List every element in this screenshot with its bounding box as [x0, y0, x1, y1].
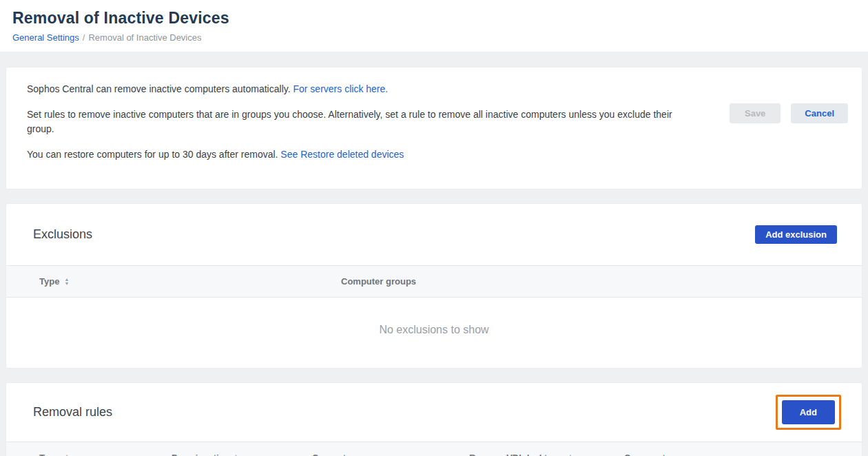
- rules-column-actions: [779, 448, 862, 456]
- intro-line-3: You can restore computers for up to 30 d…: [27, 147, 683, 161]
- page-content: Sophos Central can remove inactive compu…: [0, 52, 868, 456]
- rules-column-remove-vdi[interactable]: Remove VDI desktops ▲▼: [469, 442, 624, 456]
- exclusions-card: Exclusions Add exclusion Type ▲▼ Compute…: [6, 203, 862, 369]
- column-label: Remove VDI desktops: [469, 453, 564, 456]
- exclusions-table-header: Type ▲▼ Computer groups: [6, 265, 862, 298]
- breadcrumb-current: Removal of Inactive Devices: [88, 32, 201, 43]
- add-rule-button[interactable]: Add: [782, 400, 835, 424]
- rules-column-comment: Comment: [624, 442, 779, 456]
- column-label: Type: [39, 276, 59, 287]
- column-label: Comment: [624, 453, 665, 456]
- intro-actions: Save Cancel: [730, 103, 848, 123]
- intro-line-1-text: Sophos Central can remove inactive compu…: [27, 83, 291, 94]
- breadcrumb-link-general-settings[interactable]: General Settings: [12, 32, 79, 43]
- restore-deleted-devices-link[interactable]: See Restore deleted devices: [280, 149, 404, 160]
- removal-rules-title: Removal rules: [33, 405, 112, 419]
- column-label: Computer groups: [341, 276, 416, 287]
- exclusions-empty-state: No exclusions to show: [6, 298, 862, 368]
- breadcrumb: General Settings/Removal of Inactive Dev…: [12, 32, 856, 43]
- column-label: Type: [39, 453, 59, 456]
- exclusions-column-computer-groups: Computer groups: [341, 266, 862, 297]
- removal-rules-card: Removal rules Add Type ▲▼ Days inactive …: [6, 382, 862, 456]
- column-label: Days inactive: [172, 453, 229, 456]
- cancel-button[interactable]: Cancel: [791, 103, 848, 123]
- annotation-highlight: Add: [776, 395, 841, 430]
- page-header: Removal of Inactive Devices General Sett…: [0, 0, 868, 52]
- breadcrumb-separator: /: [83, 32, 85, 43]
- intro-line-3-text: You can restore computers for up to 30 d…: [27, 149, 278, 160]
- intro-card: Sophos Central can remove inactive compu…: [6, 67, 862, 189]
- exclusions-header: Exclusions Add exclusion: [6, 204, 862, 265]
- rules-column-days-inactive[interactable]: Days inactive ▲▼: [172, 442, 312, 456]
- add-exclusion-button[interactable]: Add exclusion: [755, 225, 837, 244]
- save-button[interactable]: Save: [730, 103, 781, 123]
- sort-icon[interactable]: ▲▼: [64, 278, 69, 286]
- intro-line-2: Set rules to remove inactive computers t…: [27, 107, 683, 136]
- page-title: Removal of Inactive Devices: [12, 9, 856, 28]
- servers-link[interactable]: For servers click here.: [293, 83, 388, 94]
- exclusions-column-type[interactable]: Type ▲▼: [6, 266, 341, 297]
- exclusions-title: Exclusions: [33, 227, 92, 242]
- rules-column-type[interactable]: Type ▲▼: [6, 442, 172, 456]
- intro-line-1: Sophos Central can remove inactive compu…: [27, 82, 683, 96]
- removal-rules-header: Removal rules Add: [6, 383, 862, 442]
- column-label: Computer groups: [312, 453, 387, 456]
- removal-rules-table-header: Type ▲▼ Days inactive ▲▼ Computer groups…: [6, 442, 862, 456]
- rules-column-computer-groups: Computer groups: [312, 442, 469, 456]
